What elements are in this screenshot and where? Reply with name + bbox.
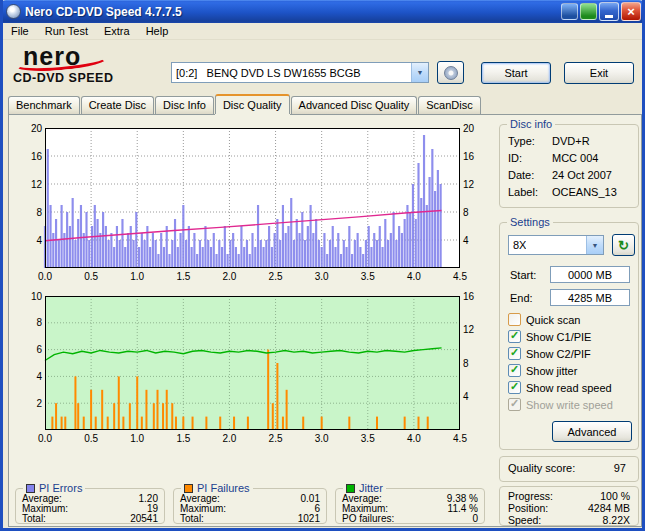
speed-value: 8.22X	[603, 514, 630, 526]
settings-box: Settings 8X ▼ ↻ Start: End: Quick scan S…	[499, 222, 639, 450]
svg-text:0.5: 0.5	[84, 433, 98, 444]
start-button[interactable]: Start	[481, 62, 551, 84]
refresh-icon: ↻	[618, 238, 629, 253]
quality-score-box: Quality score: 97	[499, 456, 639, 482]
checkbox-show-write-speed: Show write speed	[508, 398, 613, 411]
svg-text:4: 4	[463, 391, 469, 402]
pi-failures-total: 1021	[298, 513, 320, 524]
svg-text:16: 16	[463, 291, 475, 302]
menu-extra[interactable]: Extra	[96, 24, 138, 38]
svg-text:8: 8	[463, 358, 469, 369]
svg-text:6: 6	[36, 344, 42, 355]
chevron-down-icon[interactable]: ▼	[411, 63, 428, 82]
progress-value: 100 %	[600, 490, 630, 502]
advanced-button[interactable]: Advanced	[552, 421, 632, 442]
end-position-field[interactable]	[550, 289, 630, 306]
svg-text:20: 20	[31, 123, 43, 134]
exit-button[interactable]: Exit	[564, 62, 634, 84]
menu-file[interactable]: File	[3, 24, 37, 38]
svg-text:3.5: 3.5	[361, 433, 375, 444]
quality-score-label: Quality score:	[508, 462, 575, 474]
speed-select-value: 8X	[509, 239, 526, 251]
pi-errors-legend-icon	[26, 484, 35, 493]
checkbox-show-read-speed[interactable]: Show read speed	[508, 381, 612, 394]
minimize-button[interactable]	[599, 2, 619, 21]
tab-create-disc[interactable]: Create Disc	[81, 96, 154, 114]
svg-text:12: 12	[31, 179, 43, 190]
titlebar-app-icon-green[interactable]	[580, 3, 597, 20]
refresh-button[interactable]: ↻	[612, 234, 635, 256]
svg-text:3.5: 3.5	[361, 271, 375, 282]
chevron-down-icon[interactable]: ▼	[586, 236, 603, 254]
titlebar-app-icon-blue[interactable]	[561, 3, 578, 20]
start-position-field[interactable]	[550, 266, 630, 283]
svg-text:12: 12	[463, 324, 475, 335]
svg-text:3.0: 3.0	[315, 433, 329, 444]
svg-text:4.5: 4.5	[453, 271, 467, 282]
tab-advanced-disc-quality[interactable]: Advanced Disc Quality	[291, 96, 418, 114]
menu-help[interactable]: Help	[138, 24, 177, 38]
pi-failures-legend-icon	[184, 484, 193, 493]
svg-text:2.5: 2.5	[269, 433, 283, 444]
svg-text:0.0: 0.0	[38, 433, 52, 444]
drive-select-value: [0:2] BENQ DVD LS DW1655 BCGB	[172, 67, 361, 79]
tab-disc-info[interactable]: Disc Info	[155, 96, 214, 114]
nero-logo: nero CD-DVD SPEED	[13, 44, 165, 90]
pi-errors-total: 20541	[130, 513, 158, 524]
checkbox-icon	[508, 364, 521, 377]
drive-select[interactable]: [0:2] BENQ DVD LS DW1655 BCGB ▼	[171, 62, 429, 83]
svg-text:10: 10	[31, 291, 43, 302]
svg-text:8: 8	[36, 317, 42, 328]
svg-text:4: 4	[36, 235, 42, 246]
svg-text:8: 8	[463, 207, 469, 218]
quality-score-value: 97	[614, 462, 626, 474]
minimize-icon	[605, 15, 613, 18]
tab-benchmark[interactable]: Benchmark	[8, 96, 80, 114]
svg-text:2.0: 2.0	[222, 433, 236, 444]
pi-failures-stats-box: PI Failures Average:0.01 Maximum:6 Total…	[173, 488, 327, 524]
header: nero CD-DVD SPEED [0:2] BENQ DVD LS DW16…	[3, 40, 642, 94]
svg-text:4.0: 4.0	[407, 433, 421, 444]
svg-text:16: 16	[463, 151, 475, 162]
app-icon	[6, 4, 21, 19]
pi-failures-jitter-chart: 2468104812160.00.51.01.52.02.53.03.54.04…	[17, 290, 479, 448]
jitter-legend-icon	[346, 484, 355, 493]
checkbox-show-c2-pif[interactable]: Show C2/PIF	[508, 347, 591, 360]
svg-text:4.0: 4.0	[407, 271, 421, 282]
svg-text:12: 12	[463, 179, 475, 190]
svg-text:4.5: 4.5	[453, 433, 467, 444]
checkbox-icon	[508, 381, 521, 394]
app-window: Nero CD-DVD Speed 4.7.7.5 × File Run Tes…	[0, 0, 645, 531]
svg-text:20: 20	[463, 123, 475, 134]
tab-scandisc[interactable]: ScanDisc	[418, 96, 480, 114]
tab-disc-quality[interactable]: Disc Quality	[215, 94, 290, 114]
checkbox-icon	[508, 313, 521, 326]
disc-date: 24 Oct 2007	[552, 169, 612, 181]
pi-errors-chart: 48121620481216200.00.51.01.52.02.53.03.5…	[17, 120, 479, 284]
menu-run-test[interactable]: Run Test	[37, 24, 96, 38]
jitter-stats-box: Jitter Average:9.38 % Maximum:11.4 % PO …	[335, 488, 485, 524]
settings-title: Settings	[510, 216, 550, 228]
close-button[interactable]: ×	[621, 2, 641, 21]
speed-select[interactable]: 8X ▼	[508, 235, 604, 255]
checkbox-icon	[508, 398, 521, 411]
checkbox-icon	[508, 330, 521, 343]
cd-icon	[444, 66, 458, 80]
disc-info-title: Disc info	[510, 118, 552, 130]
title-bar[interactable]: Nero CD-DVD Speed 4.7.7.5 ×	[0, 0, 645, 23]
checkbox-show-c1-pie[interactable]: Show C1/PIE	[508, 330, 591, 343]
checkbox-icon	[508, 347, 521, 360]
nero-logo-subtext: CD-DVD SPEED	[13, 71, 113, 85]
svg-text:3.0: 3.0	[315, 271, 329, 282]
svg-text:1.0: 1.0	[130, 271, 144, 282]
checkbox-show-jitter[interactable]: Show jitter	[508, 364, 577, 377]
svg-text:8: 8	[36, 207, 42, 218]
status-box: Progress:100 % Position:4284 MB Speed:8.…	[499, 486, 639, 526]
checkbox-quick-scan[interactable]: Quick scan	[508, 313, 580, 326]
disc-label: OCEANS_13	[552, 186, 617, 198]
window-title: Nero CD-DVD Speed 4.7.7.5	[25, 5, 182, 19]
tab-strip: Benchmark Create Disc Disc Info Disc Qua…	[8, 94, 482, 114]
svg-text:1.0: 1.0	[130, 433, 144, 444]
close-icon: ×	[627, 4, 635, 19]
drive-eject-button[interactable]	[437, 61, 464, 84]
